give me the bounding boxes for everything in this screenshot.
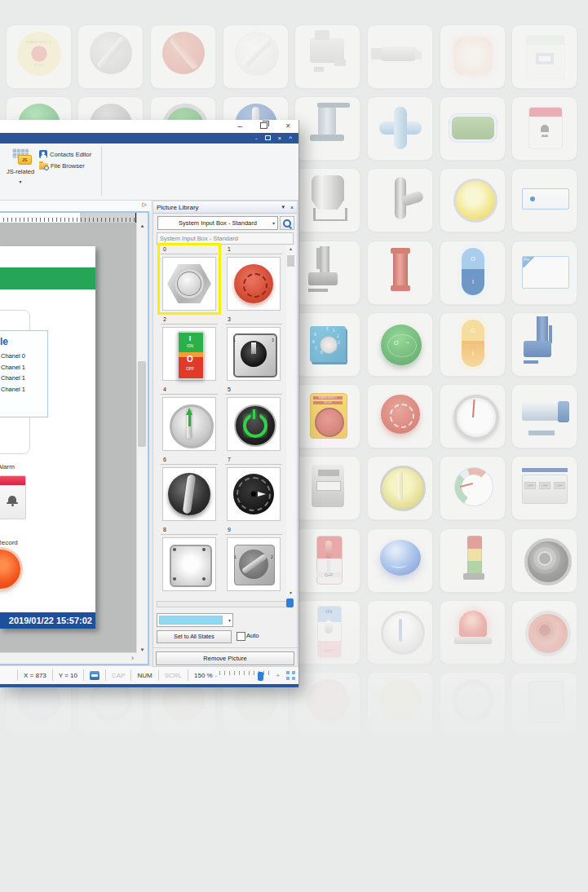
scroll-down-icon[interactable]: ▼ xyxy=(137,647,148,652)
timestamp-bar: 2019/01/22 15:57:02 xyxy=(0,612,95,629)
separator xyxy=(17,669,18,681)
record-button[interactable] xyxy=(0,550,20,589)
library-item-number: 7 xyxy=(225,456,282,465)
channel-list-box[interactable]: le Chanel 0 Chanel 1 Chanel 1 Chanel 1 xyxy=(0,330,48,417)
record-label: Record xyxy=(0,539,18,546)
tile-buzzer-dark xyxy=(511,528,577,593)
tile-ring-faint-gray xyxy=(440,672,506,736)
design-form[interactable]: le Chanel 0 Chanel 1 Chanel 1 Chanel 1 A… xyxy=(0,246,95,629)
tile-motor-pump xyxy=(367,24,433,89)
panel-close-icon[interactable]: × xyxy=(290,205,294,210)
tile-beacon-red xyxy=(440,600,506,665)
library-item-1[interactable]: 1 xyxy=(224,245,283,312)
thumbnail-size-slider[interactable] xyxy=(157,601,287,607)
library-item-number: 5 xyxy=(225,386,282,395)
scroll-up-icon[interactable]: ▲ xyxy=(137,223,148,228)
zoom-slider-thumb[interactable] xyxy=(258,672,263,681)
selector-gray-icon: 12 xyxy=(227,537,281,591)
canvas-vertical-scrollbar[interactable]: ▲ ▼ xyxy=(136,223,148,653)
tile-gauge-plain xyxy=(440,384,506,448)
tile-pipe-red xyxy=(367,241,433,305)
library-item-8[interactable]: 8 xyxy=(160,526,219,593)
scrollbar-thumb[interactable] xyxy=(287,255,294,267)
js-related-button[interactable]: JS JS-related ▾ xyxy=(2,146,38,198)
tile-gauge-arc xyxy=(440,456,506,520)
tile-toggle-on-off: ONOFF xyxy=(294,600,360,665)
auto-checkbox[interactable] xyxy=(237,632,245,641)
ruler-cursor xyxy=(135,213,136,223)
tile-relief-valve-gray xyxy=(294,241,360,305)
tile-toggle-red-off: OFF xyxy=(294,528,360,593)
restore-button[interactable] xyxy=(260,120,267,133)
library-select-dropdown[interactable]: System Input Box - Standard ▾ xyxy=(157,216,278,230)
tile-estop-round-yellow: EMERGENCYSTOP xyxy=(6,24,72,89)
library-item-number: 6 xyxy=(161,456,218,465)
tile-knob-gray xyxy=(77,24,144,89)
library-vertical-scrollbar[interactable]: ▲ ▼ xyxy=(286,245,295,596)
tile-vacuum-pump xyxy=(294,24,360,89)
form-header-bar xyxy=(0,267,95,289)
contact-icon xyxy=(39,150,47,158)
tile-pipe-cross-blue xyxy=(367,96,433,161)
tile-tower-light xyxy=(440,528,506,593)
set-to-all-states-button[interactable]: Set to All States xyxy=(157,630,232,643)
ribbon: JS JS-related ▾ Contacts Editor File Bro… xyxy=(0,144,298,201)
library-item-0[interactable]: 0 xyxy=(160,245,219,312)
scrollbar-thumb[interactable] xyxy=(138,361,146,447)
save-icon[interactable] xyxy=(90,671,99,680)
ruler xyxy=(0,213,137,223)
picture-library-toolbar: System Input Box - Standard ▾ xyxy=(153,214,297,231)
separator xyxy=(130,669,131,681)
library-item-number: 9 xyxy=(225,526,282,535)
scroll-up-icon[interactable]: ▲ xyxy=(286,246,295,251)
contacts-editor-button[interactable]: Contacts Editor xyxy=(39,150,91,158)
doc-minimize-button[interactable]: - xyxy=(255,133,258,144)
minimize-button[interactable]: – xyxy=(238,120,243,133)
library-item-3[interactable]: 313 xyxy=(224,316,283,382)
scroll-lock-indicator: SCRL xyxy=(165,672,182,679)
screen: EMERGENCYSTOPOIFn0123456789O–OIEMERGENCY… xyxy=(0,0,588,892)
app-window: – × - × ^ JS JS-related ▾ Contacts Edito… xyxy=(0,120,299,686)
library-item-4[interactable]: 4 xyxy=(160,386,219,453)
zoom-in-button[interactable]: + xyxy=(276,672,280,679)
remove-picture-button[interactable]: Remove Picture xyxy=(156,651,294,665)
picture-library-title: Picture Library xyxy=(157,204,276,211)
num-lock-indicator: NUM xyxy=(137,672,152,679)
canvas-horizontal-scrollbar[interactable]: › xyxy=(0,652,137,664)
expand-arrow-icon[interactable]: ▷ xyxy=(143,201,147,208)
library-item-6[interactable]: 6 xyxy=(160,456,219,523)
file-browser-button[interactable]: File Browser xyxy=(39,162,91,170)
scrollbar-corner xyxy=(137,653,148,664)
library-item-number: 3 xyxy=(225,316,282,325)
timestamp-text: 2019/01/22 15:57:02 xyxy=(9,616,92,625)
tile-breaker-gray xyxy=(294,456,360,520)
ribbon-group-separator xyxy=(101,147,102,196)
close-button[interactable]: × xyxy=(285,120,290,133)
scroll-down-icon[interactable]: ▼ xyxy=(286,590,295,595)
canvas-viewport[interactable]: le Chanel 0 Chanel 1 Chanel 1 Chanel 1 A… xyxy=(0,223,137,653)
status-bar: X = 873 Y = 10 CAP NUM SCRL 150 % - + xyxy=(0,665,298,684)
doc-restore-icon[interactable] xyxy=(265,135,271,140)
slider-thumb[interactable] xyxy=(286,598,294,607)
library-item-5[interactable]: 5 xyxy=(224,386,283,453)
caps-lock-indicator: CAP xyxy=(112,672,125,679)
color-swatch xyxy=(159,616,223,625)
library-item-7[interactable]: 7 xyxy=(224,456,283,523)
zoom-slider[interactable] xyxy=(219,670,273,680)
library-item-2[interactable]: 2IONOOFF xyxy=(160,316,219,382)
tile-buzzer-red xyxy=(511,600,577,665)
panel-menu-icon[interactable]: ▾ xyxy=(281,204,285,210)
fit-to-window-icon[interactable] xyxy=(286,671,295,680)
ribbon-collapse-button[interactable]: ^ xyxy=(289,133,292,144)
library-search-button[interactable] xyxy=(280,216,294,230)
zoom-out-button[interactable]: - xyxy=(215,672,218,679)
contacts-editor-label: Contacts Editor xyxy=(50,151,91,158)
scroll-right-icon[interactable]: › xyxy=(131,653,134,664)
alarm-button[interactable] xyxy=(0,475,26,519)
knob-black-silver-icon xyxy=(162,467,216,521)
library-item-9[interactable]: 912 xyxy=(224,526,283,593)
tile-dome-blue xyxy=(367,528,433,593)
tile-input-blue-dot xyxy=(511,168,577,232)
doc-close-button[interactable]: × xyxy=(278,133,282,144)
color-dropdown[interactable]: ▾ xyxy=(157,613,233,627)
